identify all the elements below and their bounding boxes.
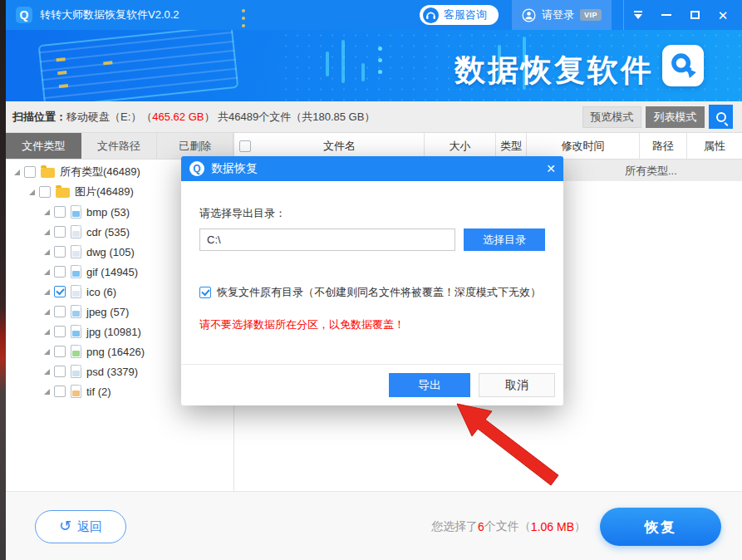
list-view-tab[interactable]: 文件路径 (81, 133, 158, 159)
expander-icon[interactable] (44, 309, 50, 315)
decor-dots (242, 9, 245, 32)
export-dir-label: 请选择导出目录： (199, 206, 286, 221)
tree-checkbox[interactable] (54, 266, 66, 278)
decor-dots (378, 47, 382, 81)
login-button[interactable]: 请登录 VIP (512, 0, 612, 30)
selected-size: 1.06 MB (531, 520, 574, 533)
expander-icon[interactable] (44, 289, 50, 295)
header-banner: 数据恢复软件 (6, 30, 742, 101)
tree-item-label: tif (2) (86, 386, 111, 398)
column-header[interactable]: 路径 (639, 133, 686, 159)
minimize-button[interactable] (652, 0, 681, 30)
expander-icon[interactable] (29, 189, 35, 195)
close-button[interactable]: ✕ (709, 0, 737, 30)
column-header[interactable]: 类型 (495, 133, 526, 159)
browse-dir-button[interactable]: 选择目录 (464, 228, 545, 251)
maximize-button[interactable] (681, 0, 709, 30)
back-label: 返回 (77, 519, 102, 535)
decor-circuit-graphic (38, 30, 239, 101)
tree-item-label: psd (3379) (86, 366, 138, 378)
expander-icon[interactable] (44, 369, 50, 375)
close-icon: ✕ (546, 162, 556, 175)
tree-item-label: png (16426) (86, 346, 145, 358)
file-type-icon (71, 205, 81, 219)
close-icon: ✕ (718, 9, 729, 22)
titlebar: Q 转转大师数据恢复软件V2.0.2 客服咨询 请登录 (6, 0, 742, 30)
file-type-icon (41, 168, 55, 178)
tree-checkbox[interactable] (54, 306, 66, 317)
dialog-title: 数据恢复 (211, 161, 258, 176)
drive-size: 465.62 GB (152, 111, 204, 123)
tree-checkbox[interactable] (54, 386, 66, 397)
bottom-bar: ↺ 返回 您选择了6个文件（1.06 MB） 恢复 (6, 491, 742, 560)
preview-mode-button[interactable]: 预览模式 (582, 106, 641, 128)
desktop-background-strip (0, 0, 6, 560)
tree-item-label: ico (6) (86, 286, 116, 298)
vip-badge: VIP (580, 9, 602, 21)
dialog-titlebar[interactable]: Q 数据恢复 ✕ (181, 156, 563, 181)
skin-icon (633, 11, 643, 19)
tree-checkbox[interactable] (54, 226, 66, 238)
tree-item-label: 所有类型(46489) (60, 165, 140, 179)
expander-icon[interactable] (44, 349, 50, 355)
file-type-icon (71, 385, 81, 398)
tree-checkbox[interactable] (54, 326, 66, 337)
expander-icon[interactable] (44, 269, 50, 275)
tree-checkbox[interactable] (54, 206, 66, 218)
expander-icon[interactable] (44, 389, 50, 395)
column-header[interactable]: 大小 (424, 133, 495, 159)
list-mode-button[interactable]: 列表模式 (646, 106, 705, 128)
selected-count: 6 (478, 520, 484, 533)
export-button[interactable]: 导出 (389, 373, 470, 397)
login-label: 请登录 (542, 7, 574, 22)
column-header[interactable]: 文件名 (255, 133, 424, 159)
export-dir-input[interactable] (199, 228, 455, 251)
tree-item-label: jpeg (57) (86, 306, 129, 318)
minimize-icon (661, 14, 671, 16)
cancel-button[interactable]: 取消 (479, 373, 555, 397)
maximize-icon (690, 11, 700, 19)
tree-item-label: bmp (53) (86, 206, 130, 219)
keep-original-dir-checkbox[interactable] (199, 287, 211, 298)
customer-service-label: 客服咨询 (444, 7, 487, 22)
search-button[interactable] (709, 105, 733, 129)
product-name: 数据恢复软件 (455, 50, 654, 91)
scan-location-text: 扫描位置：移动硬盘（E:）（465.62 GB） 共46489个文件（共180.… (12, 110, 375, 125)
app-logo-icon: Q (16, 7, 32, 23)
tree-checkbox[interactable] (54, 366, 66, 377)
data-recovery-dialog: Q 数据恢复 ✕ 请选择导出目录： 选择目录 恢复文件原有目录（不创建则同名文件… (181, 156, 563, 405)
skin-menu-button[interactable] (624, 0, 652, 30)
customer-service-button[interactable]: 客服咨询 (420, 5, 499, 25)
keep-original-dir-label: 恢复文件原有目录（不创建则同名文件将被覆盖！深度模式下无效） (217, 285, 541, 300)
file-type-icon (71, 365, 81, 378)
list-view-tab[interactable]: 已删除 (157, 133, 233, 159)
expander-icon[interactable] (14, 169, 20, 175)
tree-checkbox[interactable] (39, 186, 51, 198)
expander-icon[interactable] (44, 329, 50, 335)
tree-item-label: cdr (535) (86, 226, 130, 238)
user-icon (522, 8, 536, 22)
select-all-cell (233, 133, 255, 159)
file-type-icon (71, 245, 81, 258)
column-header[interactable]: 修改时间 (526, 133, 639, 159)
tree-checkbox[interactable] (54, 346, 66, 357)
expander-icon[interactable] (44, 209, 50, 215)
back-button[interactable]: ↺ 返回 (35, 510, 126, 543)
tree-checkbox[interactable] (54, 246, 66, 258)
dialog-close-button[interactable]: ✕ (538, 156, 563, 181)
expander-icon[interactable] (44, 249, 50, 255)
headset-icon (423, 7, 439, 23)
tree-checkbox[interactable] (24, 166, 36, 178)
select-all-checkbox[interactable] (239, 140, 251, 152)
column-header[interactable]: 属性 (686, 133, 742, 159)
file-type-icon (71, 285, 81, 298)
expander-icon[interactable] (44, 229, 50, 235)
selection-summary: 您选择了6个文件（1.06 MB） (431, 492, 586, 560)
list-view-tab[interactable]: 文件类型 (6, 133, 81, 159)
scan-info-bar: 扫描位置：移动硬盘（E:）（465.62 GB） 共46489个文件（共180.… (6, 101, 742, 133)
tree-item-label: 图片(46489) (75, 184, 134, 199)
dialog-logo-icon: Q (189, 161, 204, 176)
recover-button[interactable]: 恢复 (600, 508, 721, 546)
app-title: 转转大师数据恢复软件V2.0.2 (40, 7, 179, 22)
tree-checkbox[interactable] (54, 286, 66, 297)
